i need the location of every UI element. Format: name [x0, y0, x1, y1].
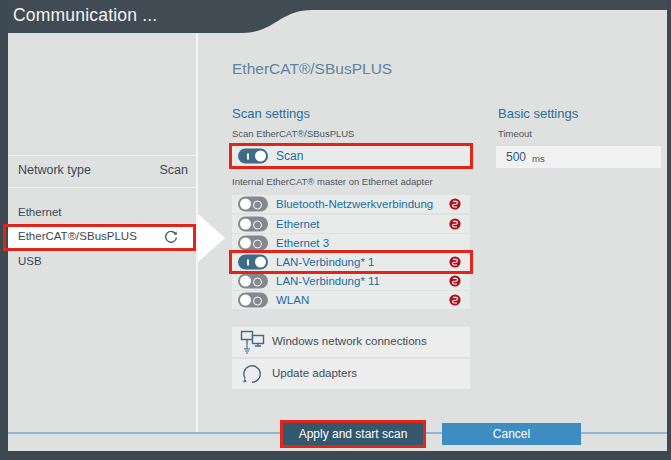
- adapter-row-lan-verbindung-11[interactable]: LAN-Verbindung* 11: [232, 272, 470, 290]
- refresh-icon: [241, 363, 263, 385]
- adapter-label: LAN-Verbindung* 1: [276, 256, 374, 268]
- apply-and-start-scan-button[interactable]: Apply and start scan: [283, 423, 423, 445]
- network-connections-icon: [240, 330, 266, 354]
- window-border-left: [0, 0, 8, 460]
- sidebar-separator: [8, 155, 196, 156]
- timeout-input[interactable]: 500 ms: [496, 146, 661, 168]
- sidebar-item-ethernet[interactable]: Ethernet: [8, 204, 196, 223]
- toggle-knob: [240, 199, 251, 210]
- windows-network-connections-button[interactable]: Windows network connections: [232, 327, 470, 357]
- scan-settings-heading: Scan settings: [232, 106, 310, 121]
- scan-field-label: Scan EtherCAT®/SBusPLUS: [232, 128, 354, 139]
- toggle-knob: [240, 238, 251, 249]
- adapter-label: Ethernet 3: [276, 237, 329, 249]
- selected-item-arrow: [198, 214, 225, 262]
- scan-toggle-row: Scan: [232, 146, 470, 166]
- adapter-row-lan-verbindung-1[interactable]: LAN-Verbindung* 1: [232, 253, 470, 271]
- adapter-row-bluetooth[interactable]: Bluetooth-Netzwerkverbindung: [232, 195, 470, 213]
- offline-status-icon: [449, 256, 461, 268]
- adapter-label: Bluetooth-Netzwerkverbindung: [276, 198, 433, 210]
- window-border-right: [667, 0, 671, 460]
- adapter-toggle[interactable]: [238, 197, 268, 212]
- timeout-unit: ms: [532, 153, 545, 164]
- toggle-knob: [255, 257, 266, 268]
- sidebar-item-usb[interactable]: USB: [8, 253, 196, 272]
- toggle-knob: [240, 219, 251, 230]
- toggle-knob: [240, 295, 251, 306]
- scan-toggle[interactable]: [238, 149, 268, 164]
- timeout-label: Timeout: [498, 128, 532, 139]
- adapter-toggle[interactable]: [238, 236, 268, 251]
- adapter-label: LAN-Verbindung* 11: [276, 275, 380, 287]
- adapter-toggle[interactable]: [238, 255, 268, 270]
- action-label: Windows network connections: [272, 335, 427, 347]
- offline-status-icon: [449, 218, 461, 230]
- window-border-bottom: [0, 451, 671, 460]
- sidebar-separator: [8, 187, 196, 188]
- sidebar-item-label: EtherCAT®/SBusPLUS: [18, 230, 137, 242]
- toggle-knob: [255, 151, 266, 162]
- timeout-value: 500: [506, 150, 526, 164]
- offline-status-icon: [449, 294, 461, 306]
- sidebar-header-network-type: Network type: [18, 163, 91, 177]
- scan-toggle-label: Scan: [276, 149, 303, 163]
- action-label: Update adapters: [272, 367, 357, 379]
- adapter-label: Ethernet: [276, 218, 319, 230]
- adapter-toggle[interactable]: [238, 217, 268, 232]
- adapter-toggle[interactable]: [238, 274, 268, 289]
- adapter-row-wlan[interactable]: WLAN: [232, 291, 470, 309]
- adapter-row-ethernet[interactable]: Ethernet: [232, 215, 470, 233]
- update-adapters-button[interactable]: Update adapters: [232, 359, 470, 389]
- sidebar-item-label: Ethernet: [18, 206, 61, 218]
- sidebar-header-scan: Scan: [150, 163, 188, 177]
- offline-status-icon: [449, 275, 461, 287]
- adapter-row-ethernet-3[interactable]: Ethernet 3: [232, 234, 470, 252]
- page-title: EtherCAT®/SBusPLUS: [232, 60, 392, 78]
- scan-refresh-icon: [163, 229, 179, 245]
- cancel-button[interactable]: Cancel: [442, 423, 581, 445]
- adapters-list-label: Internal EtherCAT® master on Ethernet ad…: [232, 176, 433, 187]
- sidebar-item-label: USB: [18, 255, 42, 267]
- offline-status-icon: [449, 198, 461, 210]
- basic-settings-heading: Basic settings: [498, 106, 578, 121]
- toggle-knob: [240, 276, 251, 287]
- sidebar-item-ethercat-sbusplus[interactable]: EtherCAT®/SBusPLUS: [8, 226, 196, 249]
- adapter-toggle[interactable]: [238, 293, 268, 308]
- adapter-label: WLAN: [276, 294, 309, 306]
- window-title: Communication ...: [13, 5, 157, 26]
